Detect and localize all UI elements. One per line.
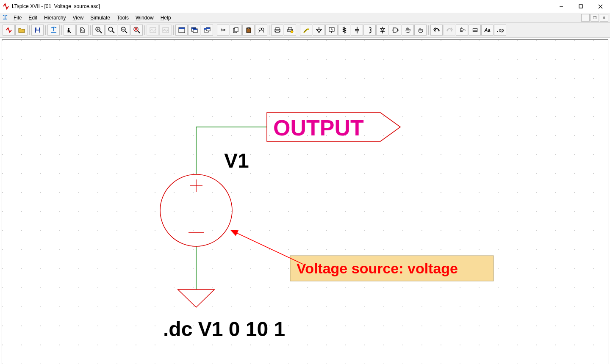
- open-button[interactable]: [15, 25, 28, 36]
- title-bar: LTspice XVII - [01_Voltage_source.asc]: [0, 0, 610, 13]
- menu-help[interactable]: Help: [157, 14, 175, 22]
- component-name-v1[interactable]: V1: [224, 149, 249, 172]
- window-maximize-button[interactable]: [571, 0, 591, 13]
- menu-tools[interactable]: Tools: [114, 14, 132, 22]
- schematic-canvas[interactable]: OUTPUT V1 .dc V1 0 10 1 Voltage source: …: [2, 39, 608, 364]
- zoom-fit-button[interactable]: [130, 25, 143, 36]
- move-button[interactable]: [402, 25, 414, 36]
- print-button[interactable]: [271, 25, 283, 36]
- net-label-text: OUTPUT: [273, 116, 364, 140]
- menu-window[interactable]: Window: [132, 14, 157, 22]
- new-schematic-button[interactable]: [3, 25, 15, 36]
- svg-line-21: [125, 31, 127, 33]
- place-inductor-button[interactable]: [363, 25, 376, 36]
- svg-line-15: [100, 31, 102, 33]
- tile-windows-button[interactable]: [175, 25, 188, 36]
- label-net-button[interactable]: A: [325, 25, 338, 36]
- control-menu-icon[interactable]: [2, 14, 8, 21]
- menu-simulate[interactable]: Simulate: [87, 14, 114, 22]
- mdi-minimize-button[interactable]: ‒: [581, 14, 590, 22]
- draw-wire-button[interactable]: [300, 25, 312, 36]
- svg-text:A: A: [330, 28, 333, 31]
- pan-button[interactable]: [105, 25, 117, 36]
- svg-line-24: [138, 31, 140, 33]
- svg-rect-52: [288, 28, 292, 30]
- mdi-close-button[interactable]: ✕: [600, 14, 608, 22]
- window-close-button[interactable]: [591, 0, 610, 13]
- spice-directive-button[interactable]: .op: [494, 25, 506, 36]
- place-diode-button[interactable]: [376, 25, 388, 36]
- window-minimize-button[interactable]: [552, 0, 571, 13]
- svg-point-53: [291, 30, 293, 33]
- window-title: LTspice XVII - [01_Voltage_source.asc]: [12, 3, 100, 9]
- mdi-restore-button[interactable]: ❐: [591, 14, 599, 22]
- menu-hierarchy[interactable]: Hierarchy: [41, 14, 69, 22]
- undo-button[interactable]: [430, 25, 443, 36]
- place-capacitor-button[interactable]: [351, 25, 363, 36]
- place-ground-button[interactable]: [313, 25, 325, 36]
- svg-rect-50: [276, 31, 279, 33]
- svg-text:E: E: [474, 28, 477, 33]
- autorange-y-button[interactable]: [147, 25, 159, 36]
- rotate-button[interactable]: Êm: [456, 25, 468, 36]
- svg-rect-39: [206, 28, 210, 29]
- menu-bar: File Edit Hierarchy View Simulate Tools …: [0, 13, 610, 23]
- svg-rect-41: [235, 28, 238, 32]
- menu-file[interactable]: File: [10, 14, 25, 22]
- svg-rect-35: [193, 29, 197, 30]
- svg-rect-49: [276, 28, 279, 30]
- save-button[interactable]: [31, 25, 44, 36]
- place-component-button[interactable]: [389, 25, 401, 36]
- menu-view[interactable]: View: [69, 14, 87, 22]
- svg-marker-64: [380, 28, 385, 31]
- svg-marker-55: [316, 29, 322, 33]
- menu-edit[interactable]: Edit: [25, 14, 41, 22]
- print-setup-button[interactable]: [284, 25, 296, 36]
- close-windows-button[interactable]: [201, 25, 213, 36]
- run-button[interactable]: [64, 25, 76, 36]
- control-panel-button[interactable]: [47, 25, 60, 36]
- annotation-callout-text: Voltage source: voltage: [297, 260, 458, 276]
- svg-point-45: [261, 28, 264, 30]
- svg-rect-8: [36, 28, 39, 30]
- autorange-x-button[interactable]: [159, 25, 172, 36]
- grid-background: [2, 40, 608, 364]
- place-text-button[interactable]: Aa: [481, 25, 494, 36]
- drag-button[interactable]: [414, 25, 427, 36]
- cut-button[interactable]: ✂: [217, 25, 229, 36]
- find-button[interactable]: [255, 25, 267, 36]
- place-resistor-button[interactable]: [338, 25, 350, 36]
- svg-line-47: [263, 30, 264, 33]
- copy-button[interactable]: [230, 25, 242, 36]
- redo-button[interactable]: [443, 25, 455, 36]
- paste-button[interactable]: [242, 25, 255, 36]
- zoom-out-button[interactable]: [118, 25, 130, 36]
- svg-point-18: [108, 27, 113, 31]
- svg-rect-7: [36, 30, 39, 33]
- mdi-window-controls: ‒ ❐ ✕: [581, 14, 608, 22]
- svg-rect-43: [248, 28, 250, 29]
- cascade-windows-button[interactable]: [188, 25, 200, 36]
- svg-point-11: [68, 28, 69, 30]
- svg-line-46: [259, 30, 260, 33]
- svg-point-44: [259, 28, 261, 30]
- svg-rect-31: [179, 28, 185, 29]
- halt-button[interactable]: [76, 25, 89, 36]
- toolbar: ✂ A Êm EE Aa .op: [0, 23, 610, 38]
- mirror-button[interactable]: EE: [469, 25, 481, 36]
- svg-line-19: [112, 31, 114, 33]
- svg-rect-1: [579, 5, 582, 8]
- zoom-in-button[interactable]: [92, 25, 105, 36]
- app-icon: [3, 3, 9, 10]
- spice-directive-text[interactable]: .dc V1 0 10 1: [163, 318, 285, 340]
